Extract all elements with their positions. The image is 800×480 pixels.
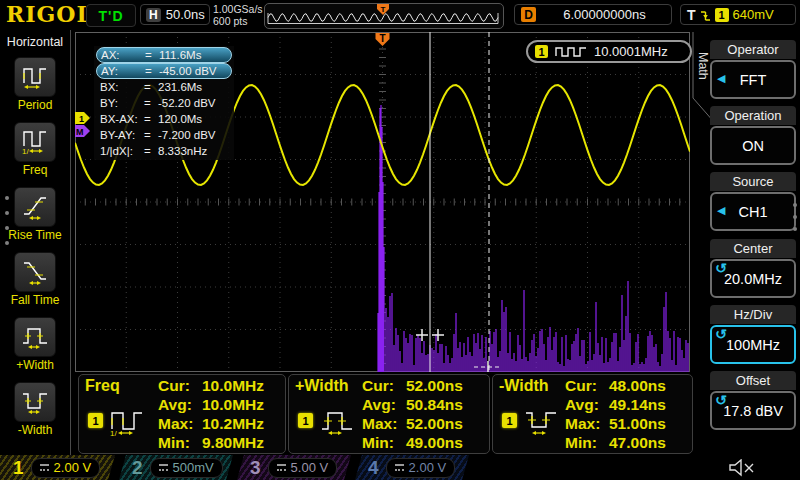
- delay-value: 6.00000000ns: [544, 7, 665, 22]
- frequency-counter-readout: 1 10.0001MHz: [526, 40, 692, 63]
- rigol-logo: RIGOL: [6, 1, 93, 27]
- minus-width-icon: [21, 388, 49, 416]
- trigger-delay-button[interactable]: D 6.00000000ns: [514, 4, 672, 25]
- trigger-level-value: 640mV: [733, 7, 774, 22]
- scroll-dot: [5, 196, 9, 200]
- fall-time-icon: [21, 258, 49, 286]
- menu-item-source[interactable]: Source ◀ CH1: [710, 172, 796, 231]
- cursor-row-byay: BY-AY: = -7.200 dBV: [96, 127, 232, 143]
- cursor-row-bxax: BX-AX: = 120.0Ms: [96, 111, 232, 127]
- scroll-dot: [5, 211, 9, 215]
- coupling-dc-icon: [40, 464, 49, 471]
- trigger-settings-button[interactable]: T 1 640mV: [680, 4, 796, 25]
- nwidth-measure-icon: [523, 407, 559, 437]
- scroll-dot: [5, 226, 9, 230]
- sample-rate: 1.00GSa/s: [213, 3, 263, 15]
- menu-item-hzdiv[interactable]: Hz/Div ↺ 100MHz: [710, 305, 796, 364]
- menu-item-operator[interactable]: Operator ◀ FFT: [710, 40, 796, 99]
- waveform-preview-bar[interactable]: T: [264, 3, 504, 29]
- measure-panel-nwidth: -Width 1 Cur:48.00ns Avg:49.14ns Max:51.…: [492, 374, 693, 454]
- scroll-dot: [5, 241, 9, 245]
- menu-item-offset[interactable]: Offset ↺ 17.8 dBV: [710, 371, 796, 430]
- trigger-source-badge: 1: [715, 8, 729, 22]
- svg-text:1: 1: [79, 114, 84, 124]
- cursor-row-invdx: 1/|dX|: = 8.333nHz: [96, 143, 232, 159]
- menu-item-rise-time[interactable]: Rise Time: [0, 187, 70, 242]
- freq-measure-icon: 1/: [109, 407, 145, 437]
- sample-rate-readout: 1.00GSa/s 600 pts: [213, 3, 263, 27]
- delay-key-label: D: [521, 7, 536, 22]
- menu-item-freq[interactable]: 1/ Freq: [0, 122, 70, 177]
- timebase-value: 50.0ns: [166, 7, 205, 22]
- scroll-dot: [793, 215, 797, 219]
- coupling-dc-icon: [159, 464, 168, 471]
- channel-badge: 1: [502, 413, 517, 428]
- horizontal-timebase-button[interactable]: H 50.0ns: [140, 4, 210, 25]
- svg-text:1/: 1/: [110, 429, 117, 437]
- svg-text:M: M: [76, 127, 84, 137]
- channel-1-status[interactable]: 1 2.00 V: [0, 455, 115, 480]
- coupling-dc-icon: [395, 464, 404, 471]
- left-arrow-icon: ◀: [717, 72, 725, 85]
- pwidth-measure-icon: [319, 407, 355, 437]
- svg-text:T: T: [379, 33, 385, 44]
- trigger-key-label: T: [687, 7, 696, 23]
- menu-item-pwidth[interactable]: +Width: [0, 317, 70, 372]
- cursor-row-by: BY: = -52.20 dBV: [96, 95, 232, 111]
- counter-frequency-value: 10.0001MHz: [594, 44, 668, 59]
- measure-panel-freq: Freq 1 1/ Cur:10.0MHz Avg:10.0MHz Max:10…: [78, 374, 286, 454]
- trigger-status-badge: T'D: [86, 4, 136, 27]
- knob-rotate-icon: ↺: [715, 392, 727, 408]
- menu-item-fall-time[interactable]: Fall Time: [0, 252, 70, 307]
- math-tab: Math: [696, 52, 710, 80]
- h-key-label: H: [146, 8, 161, 22]
- measure-panel-pwidth: +Width 1 Cur:52.00ns Avg:50.84ns Max:52.…: [288, 374, 490, 454]
- cursor-row-ax: AX: = 111.6Ms: [96, 47, 232, 63]
- rise-time-icon: [21, 193, 49, 221]
- channel-2-status[interactable]: 2 500mV: [119, 455, 233, 480]
- plus-width-icon: [21, 323, 49, 351]
- menu-item-nwidth[interactable]: -Width: [0, 382, 70, 437]
- falling-edge-icon: [700, 8, 711, 22]
- channel-4-status[interactable]: 4 2.00 V: [355, 455, 469, 480]
- channel-badge: 1: [88, 413, 103, 428]
- period-icon: [21, 63, 49, 91]
- channel-3-status[interactable]: 3 5.00 V: [237, 455, 351, 480]
- knob-rotate-icon: ↺: [715, 326, 727, 342]
- left-arrow-icon: ◀: [717, 204, 725, 217]
- freq-icon: 1/: [21, 128, 49, 156]
- channel-status-bar: 1 2.00 V 2 500mV 3 5.00 V 4 2.00 V: [0, 455, 800, 480]
- scroll-dot: [793, 227, 797, 231]
- menu-item-operation[interactable]: Operation ON: [710, 106, 796, 165]
- svg-text:1/: 1/: [22, 147, 29, 156]
- cursor-row-ay: AY: = -45.00 dBV: [96, 63, 232, 79]
- svg-text:T: T: [381, 5, 386, 14]
- channel-badge: 1: [298, 413, 313, 428]
- left-menu-title: Horizontal: [2, 35, 68, 49]
- cursor-measurement-box: AX: = 111.6Ms AY: = -45.00 dBV BX: = 231…: [94, 46, 234, 160]
- scroll-dot: [793, 203, 797, 207]
- menu-item-center[interactable]: Center ↺ 20.0MHz: [710, 239, 796, 298]
- horizontal-measure-menu: Horizontal Period 1/ Freq Rise Time: [0, 30, 71, 455]
- coupling-dc-icon: [277, 464, 286, 471]
- counter-channel-badge: 1: [535, 45, 548, 58]
- sound-muted-icon: [728, 459, 758, 477]
- preview-waveform-icon: T: [265, 4, 501, 26]
- memory-points: 600 pts: [213, 15, 263, 27]
- square-wave-icon: [554, 46, 588, 58]
- cursor-row-bx: BX: = 231.6Ms: [96, 79, 232, 95]
- menu-item-period[interactable]: Period: [0, 57, 70, 112]
- knob-rotate-icon: ↺: [715, 260, 727, 276]
